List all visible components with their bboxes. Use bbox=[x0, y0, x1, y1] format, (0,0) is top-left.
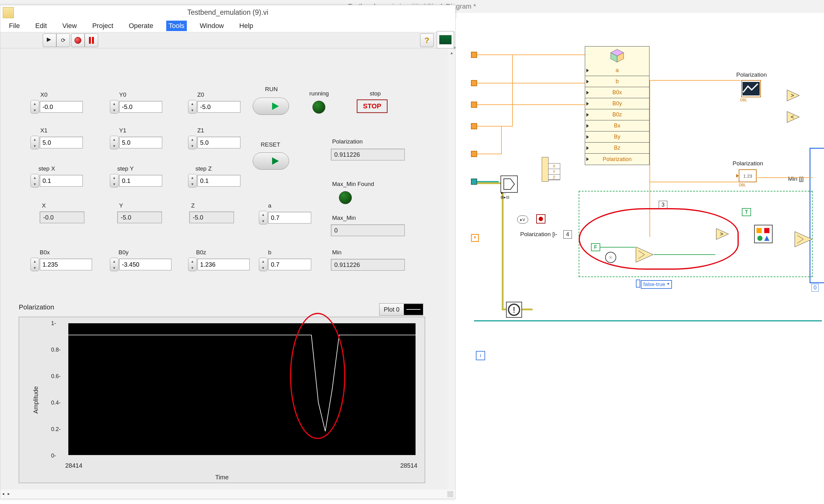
chart-ytick-1: 0.2- bbox=[51, 426, 61, 432]
scroll-up-icon[interactable] bbox=[448, 49, 455, 56]
spinner-z1[interactable] bbox=[188, 136, 197, 149]
bd-wire-y1 bbox=[477, 182, 502, 184]
spinner-z0[interactable] bbox=[188, 100, 197, 114]
bd-first-call[interactable]: ☉ bbox=[605, 252, 616, 263]
input-a[interactable] bbox=[268, 212, 311, 223]
scroll-right-icon[interactable] bbox=[8, 491, 13, 497]
bd-shift-reg-left[interactable]: ▼ bbox=[471, 234, 479, 242]
input-b0x[interactable] bbox=[40, 259, 92, 270]
bd-tunnel-3[interactable] bbox=[471, 102, 477, 108]
block-diagram-area[interactable]: ▼ ∎...⊞▸⊟ ! i ▸V X Y Z a bbox=[455, 18, 824, 504]
idx-row-y: Y bbox=[548, 169, 560, 175]
bd-index-array[interactable]: X Y Z bbox=[548, 163, 560, 180]
menu-operate[interactable]: Operate bbox=[126, 21, 156, 31]
horizontal-scrollbar[interactable] bbox=[0, 490, 455, 499]
context-help-button[interactable] bbox=[420, 33, 434, 47]
input-b0z[interactable] bbox=[197, 259, 249, 270]
cube-icon bbox=[609, 48, 625, 64]
control-stepz bbox=[188, 174, 240, 188]
spinner-y1[interactable] bbox=[110, 136, 118, 149]
abort-button[interactable] bbox=[71, 33, 85, 47]
menu-window[interactable]: Window bbox=[197, 21, 226, 31]
bd-stop-terminal[interactable] bbox=[536, 214, 545, 223]
input-x0[interactable] bbox=[40, 101, 83, 113]
spinner-b0y[interactable] bbox=[110, 258, 118, 271]
bd-autoindex-tunnel[interactable] bbox=[542, 157, 548, 182]
menu-tools[interactable]: Tools bbox=[166, 21, 187, 31]
bd-indicator-polar[interactable]: 1.23 bbox=[739, 169, 756, 182]
bd-greater-node-2[interactable]: > bbox=[787, 89, 800, 102]
spinner-b[interactable] bbox=[259, 258, 268, 271]
spinner-a[interactable] bbox=[259, 211, 268, 224]
run-toggle-button[interactable] bbox=[253, 98, 289, 115]
spinner-y0[interactable] bbox=[110, 100, 118, 114]
bd-subvi-multi[interactable] bbox=[754, 225, 772, 243]
control-x1 bbox=[30, 136, 83, 149]
bd-chart-terminal[interactable] bbox=[741, 80, 761, 97]
bd-less-node[interactable]: < bbox=[787, 111, 800, 123]
resize-grip-icon[interactable] bbox=[447, 491, 453, 497]
chart-body[interactable]: Amplitude Time 28414 28514 0-0.2-0.4-0.6… bbox=[19, 317, 425, 483]
control-b0x bbox=[30, 258, 92, 271]
bd-select-node-1[interactable] bbox=[635, 246, 654, 263]
control-z1 bbox=[188, 136, 240, 149]
bd-wire-v1 bbox=[501, 126, 502, 154]
svg-text:<: < bbox=[791, 114, 794, 120]
bd-ring-false-true[interactable]: false-true bbox=[641, 280, 672, 289]
svg-text:>: > bbox=[791, 92, 794, 99]
menu-project[interactable]: Project bbox=[90, 21, 116, 31]
input-y0[interactable] bbox=[119, 101, 162, 113]
menu-edit[interactable]: Edit bbox=[33, 21, 49, 31]
pause-button[interactable] bbox=[85, 33, 98, 47]
spinner-stepz[interactable] bbox=[188, 174, 197, 188]
bd-shift-n[interactable]: 4 bbox=[563, 230, 572, 238]
spinner-stepy[interactable] bbox=[110, 174, 118, 188]
spinner-stepx[interactable] bbox=[30, 174, 39, 188]
bd-zero-const[interactable]: 0 bbox=[811, 284, 819, 292]
menu-help[interactable]: Help bbox=[237, 21, 255, 31]
bd-select-node-2[interactable] bbox=[794, 231, 813, 247]
menu-file[interactable]: File bbox=[6, 21, 22, 31]
chart-legend[interactable]: Plot 0 bbox=[379, 303, 423, 316]
input-stepz[interactable] bbox=[197, 175, 240, 187]
run-continuous-button[interactable] bbox=[56, 33, 70, 47]
input-b0y[interactable] bbox=[119, 259, 172, 270]
vertical-scrollbar[interactable] bbox=[448, 49, 455, 490]
stop-button[interactable]: STOP bbox=[357, 99, 388, 113]
bd-unbundle-node[interactable]: a b B0x B0y B0z Bx By Bz Polarization bbox=[585, 46, 649, 165]
input-stepy[interactable] bbox=[119, 175, 162, 187]
bd-tunnel-teal[interactable] bbox=[471, 179, 477, 185]
input-stepx[interactable] bbox=[40, 175, 83, 187]
bd-local-var[interactable]: ▸V bbox=[517, 215, 528, 223]
label-reset: RESET bbox=[261, 141, 280, 148]
vi-icon bbox=[3, 7, 14, 18]
chart-ytick-4: 0.8- bbox=[51, 347, 61, 353]
bd-tunnel-2[interactable] bbox=[471, 80, 477, 86]
bd-greater-node[interactable]: > bbox=[716, 228, 729, 240]
label-b0y: B0y bbox=[118, 249, 129, 256]
bd-tunnel-4[interactable] bbox=[471, 123, 477, 129]
input-z0[interactable] bbox=[197, 101, 240, 113]
control-y1 bbox=[110, 136, 162, 149]
fp-titlebar[interactable]: Testbend_emulation (9).vi bbox=[0, 5, 455, 19]
label-b: b bbox=[268, 249, 272, 256]
spinner-x0[interactable] bbox=[30, 100, 39, 114]
spinner-b0x[interactable] bbox=[30, 258, 39, 271]
bd-tunnel-5[interactable] bbox=[471, 151, 477, 157]
spinner-x1[interactable] bbox=[30, 136, 39, 149]
bd-tunnel-1[interactable] bbox=[471, 52, 477, 58]
spinner-b0z[interactable] bbox=[188, 258, 197, 271]
cluster-by: By bbox=[614, 134, 620, 140]
reset-toggle-button[interactable] bbox=[253, 153, 289, 170]
control-y0 bbox=[110, 100, 162, 114]
bd-iteration-terminal[interactable]: i bbox=[476, 351, 485, 360]
menu-view[interactable]: View bbox=[60, 21, 79, 31]
connector-pane[interactable]: 2 bbox=[437, 31, 454, 48]
input-y1[interactable] bbox=[119, 137, 162, 148]
bd-error-handler[interactable]: ! bbox=[506, 302, 522, 318]
input-b[interactable] bbox=[268, 259, 311, 270]
run-button[interactable] bbox=[43, 33, 56, 47]
scroll-left-icon[interactable] bbox=[2, 491, 8, 497]
input-z1[interactable] bbox=[197, 137, 240, 148]
input-x1[interactable] bbox=[40, 137, 83, 148]
